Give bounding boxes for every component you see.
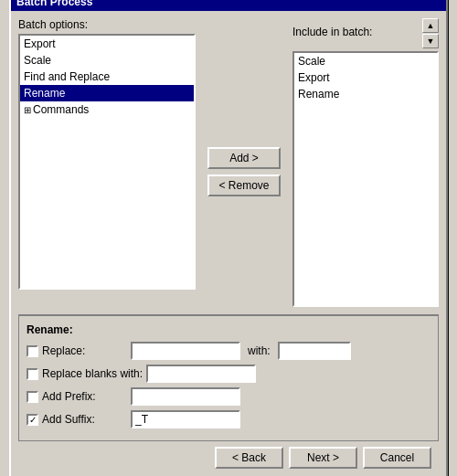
footer-buttons: < Back Next > Cancel	[18, 441, 439, 476]
title-bar: Batch Process	[11, 0, 446, 11]
replace-label: Replace:	[27, 344, 127, 357]
list-item-find-replace[interactable]: Find and Replace	[20, 69, 194, 85]
next-button[interactable]: Next >	[289, 447, 357, 469]
main-section: Batch options: Export Scale Find and Rep…	[18, 18, 439, 307]
add-prefix-checkbox[interactable]	[27, 391, 38, 403]
list-item-scale[interactable]: Scale	[20, 52, 194, 69]
batch-options-section: Batch options: Export Scale Find and Rep…	[18, 18, 196, 307]
add-suffix-row: ✓ Add Suffix:	[27, 410, 430, 428]
add-suffix-label: ✓ Add Suffix:	[27, 413, 127, 426]
up-arrow-button[interactable]: ▲	[422, 18, 439, 33]
replace-blanks-row: Replace blanks with:	[27, 365, 430, 383]
arrow-buttons: ▲ ▼	[422, 18, 439, 48]
include-in-batch-label: Include in batch:	[292, 26, 372, 38]
add-suffix-checkbox[interactable]: ✓	[27, 414, 38, 426]
batch-options-list[interactable]: Export Scale Find and Replace Rename ⊞Co…	[18, 34, 196, 290]
add-prefix-label: Add Prefix:	[27, 390, 127, 403]
include-item-rename[interactable]: Rename	[294, 86, 437, 102]
add-prefix-row: Add Prefix:	[27, 387, 430, 406]
list-item-rename[interactable]: Rename	[20, 85, 194, 101]
replace-with-input[interactable]	[278, 342, 351, 360]
replace-blanks-checkbox[interactable]	[27, 368, 38, 380]
replace-blanks-label: Replace blanks with:	[27, 367, 143, 380]
check-icon: ✓	[29, 415, 37, 425]
middle-controls: Add > < Remove	[203, 18, 285, 307]
replace-label-text: Replace:	[42, 344, 85, 357]
with-label: with:	[248, 344, 271, 357]
add-prefix-label-text: Add Prefix:	[42, 390, 96, 403]
replace-blanks-label-text: Replace blanks with:	[42, 367, 143, 380]
expand-icon: ⊞	[24, 105, 31, 115]
back-button[interactable]: < Back	[215, 447, 283, 469]
include-in-batch-section: Include in batch: ▲ ▼ Scale Export Renam…	[292, 18, 439, 307]
include-in-batch-list[interactable]: Scale Export Rename	[292, 51, 439, 307]
include-item-export[interactable]: Export	[294, 69, 437, 86]
replace-row: Replace: with:	[27, 342, 430, 360]
add-button[interactable]: Add >	[207, 147, 281, 169]
rename-label: Rename:	[27, 323, 430, 336]
include-item-scale[interactable]: Scale	[294, 53, 437, 69]
cancel-button[interactable]: Cancel	[363, 447, 431, 469]
batch-options-label: Batch options:	[18, 18, 196, 31]
dialog-body: Batch options: Export Scale Find and Rep…	[11, 11, 446, 476]
rename-section: Rename: Replace: with: Replace blanks wi…	[18, 314, 439, 441]
add-prefix-input[interactable]	[131, 387, 240, 406]
down-arrow-button[interactable]: ▼	[422, 34, 439, 48]
add-suffix-input[interactable]	[131, 410, 240, 428]
batch-process-dialog: Batch Process Batch options: Export Scal…	[9, 0, 448, 476]
replace-input[interactable]	[131, 342, 240, 360]
add-suffix-label-text: Add Suffix:	[42, 413, 95, 426]
include-header: Include in batch: ▲ ▼	[292, 18, 439, 48]
replace-checkbox[interactable]	[27, 345, 38, 357]
list-item-export[interactable]: Export	[20, 36, 194, 52]
dialog-title: Batch Process	[16, 0, 92, 8]
remove-button[interactable]: < Remove	[207, 175, 281, 196]
replace-blanks-input[interactable]	[146, 365, 256, 383]
list-item-commands[interactable]: ⊞Commands	[20, 101, 194, 118]
